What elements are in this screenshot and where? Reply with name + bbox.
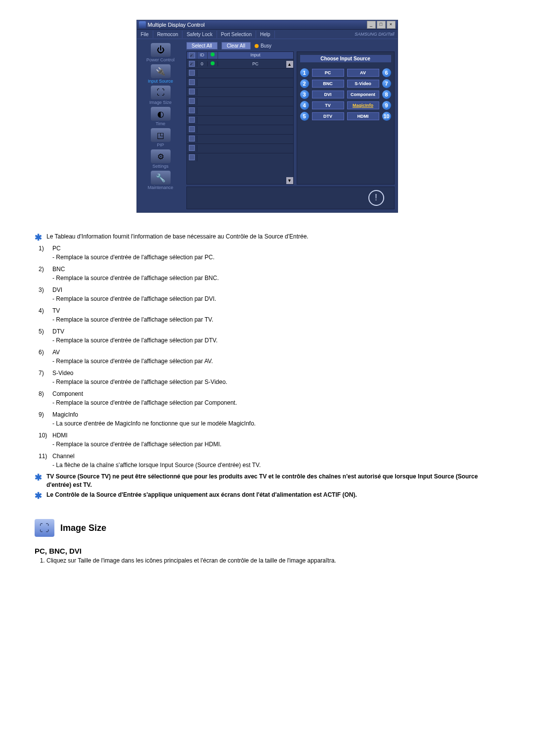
source-button-dtv[interactable]: DTV (312, 112, 344, 120)
list-number: 5) (39, 327, 44, 336)
note-active-on: ✱ Le Contrôle de la Source d'Entrée s'ap… (35, 491, 499, 499)
sidebar-label: Power Control (139, 57, 182, 62)
step-1: Cliquez sur Taille de l'image dans les i… (46, 557, 499, 564)
menu-bar: File Remocon Safety Lock Port Selection … (137, 30, 398, 39)
row-checkbox[interactable] (189, 145, 195, 151)
row-checkbox[interactable] (189, 61, 195, 67)
menu-remocon[interactable]: Remocon (153, 31, 183, 38)
maximize-button[interactable]: □ (377, 21, 386, 29)
menu-help[interactable]: Help (256, 31, 275, 38)
row-checkbox[interactable] (189, 117, 195, 123)
sidebar-item-settings[interactable]: ⚙ Settings (139, 149, 182, 169)
sidebar-item-time[interactable]: ◐ Time (139, 107, 182, 126)
clear-all-button[interactable]: Clear All (222, 42, 251, 49)
list-item: 8)Component- Remplace la source d'entrée… (35, 389, 499, 407)
source-button-magicinfo[interactable]: MagicInfo (347, 101, 379, 109)
list-item-title: HDMI (52, 432, 68, 439)
list-item: 5)DTV- Remplace la source d'entrée de l'… (35, 327, 499, 345)
select-all-button[interactable]: Select All (186, 42, 218, 49)
time-icon: ◐ (151, 107, 171, 121)
list-item-title: MagicInfo (52, 411, 78, 418)
table-row (187, 96, 293, 106)
list-item-desc: - La source d'entrée de MagicInfo ne fon… (52, 420, 256, 427)
list-number: 8) (39, 389, 44, 398)
source-button-hdmi[interactable]: HDMI (347, 112, 379, 120)
list-item-desc: - La flèche de la chaîne s'affiche lorsq… (52, 462, 261, 469)
list-item: 10)HDMI- Remplace la source d'entrée de … (35, 431, 499, 449)
scroll-down-button[interactable]: ▼ (286, 177, 293, 184)
row-checkbox[interactable] (189, 98, 195, 104)
source-col-left: 1PC 2BNC 3DVI 4TV 5DTV (300, 68, 344, 123)
row-input: PC (218, 61, 293, 66)
table-row[interactable]: 0 PC (187, 59, 293, 68)
app-window: Multiple Display Control _ □ × File Remo… (136, 20, 398, 213)
table-panel: ID Input 0 PC (186, 51, 294, 185)
list-item-title: S-Video (52, 370, 73, 377)
list-number: 2) (39, 265, 44, 274)
scroll-up-button[interactable]: ▲ (286, 61, 293, 68)
list-item-desc: - Remplace la source d'entrée de l'affic… (52, 399, 237, 406)
menu-file[interactable]: File (137, 31, 153, 38)
list-item: 4)TV- Remplace la source d'entrée de l'a… (35, 306, 499, 324)
row-checkbox[interactable] (189, 136, 195, 142)
row-checkbox[interactable] (189, 70, 195, 76)
sidebar-item-image-size[interactable]: ⛶ Image Size (139, 86, 182, 105)
list-number: 4) (39, 306, 44, 315)
source-button-av[interactable]: AV (347, 69, 379, 77)
table-row (187, 68, 293, 78)
busy-indicator: Busy (255, 43, 271, 48)
window-controls: _ □ × (367, 21, 396, 29)
row-checkbox[interactable] (189, 79, 195, 85)
list-item-desc: - Remplace la source d'entrée de l'affic… (52, 337, 218, 344)
source-button-dvi[interactable]: DVI (312, 91, 344, 98)
th-check (187, 52, 197, 59)
source-button-bnc[interactable]: BNC (312, 80, 344, 88)
callout-5: 5 (300, 112, 309, 121)
menu-safety-lock[interactable]: Safety Lock (182, 31, 217, 38)
table-row (187, 143, 293, 153)
callout-8: 8 (382, 90, 391, 99)
list-number: 9) (39, 410, 44, 419)
row-checkbox[interactable] (189, 89, 195, 94)
callout-9: 9 (382, 101, 391, 110)
sidebar-item-maintenance[interactable]: 🔧 Maintenance (139, 171, 182, 190)
close-button[interactable]: × (387, 21, 396, 29)
list-number: 11) (39, 452, 47, 461)
star-icon: ✱ (35, 232, 42, 244)
source-button-svideo[interactable]: S-Video (347, 80, 379, 88)
source-button-pc[interactable]: PC (312, 69, 344, 77)
section-heading: Image Size (60, 523, 106, 533)
window-title: Multiple Display Control (148, 22, 367, 28)
maintenance-icon: 🔧 (151, 171, 171, 185)
row-checkbox[interactable] (189, 154, 195, 160)
note-intro-text: Le Tableau d'Information fournit l'infor… (46, 233, 309, 240)
sidebar-label: Settings (139, 164, 182, 169)
sidebar-label: Input Source (139, 79, 182, 84)
list-number: 6) (39, 348, 44, 357)
note-tv-source: ✱ TV Source (Source TV) ne peut être sél… (35, 472, 499, 489)
menu-port-selection[interactable]: Port Selection (217, 31, 256, 38)
source-button-tv[interactable]: TV (312, 101, 344, 109)
content-split: ID Input 0 PC (186, 51, 395, 185)
check-all[interactable] (189, 52, 195, 58)
table-row (187, 153, 293, 162)
source-button-component[interactable]: Component (347, 91, 379, 98)
row-checkbox[interactable] (189, 107, 195, 113)
row-checkbox[interactable] (189, 126, 195, 132)
sidebar-item-power-control[interactable]: ⏻ Power Control (139, 43, 182, 62)
sidebar-item-input-source[interactable]: 🔌 Input Source (139, 64, 182, 84)
sidebar-label: Image Size (139, 100, 182, 105)
main-area: Select All Clear All Busy ID Input (184, 39, 398, 212)
list-item-desc: - Remplace la source d'entrée de l'affic… (52, 316, 213, 323)
minimize-button[interactable]: _ (367, 21, 376, 29)
note-intro: ✱ Le Tableau d'Information fournit l'inf… (35, 233, 499, 241)
section-title-image-size: ⛶ Image Size (35, 519, 499, 537)
table-header: ID Input (187, 52, 293, 59)
info-icon: ! (368, 190, 384, 206)
sidebar-item-pip[interactable]: ◳ PIP (139, 128, 182, 147)
app-icon (139, 21, 146, 28)
status-panel: ! (186, 187, 395, 209)
table-row (187, 78, 293, 87)
th-id: ID (197, 52, 208, 59)
callout-2: 2 (300, 79, 309, 88)
